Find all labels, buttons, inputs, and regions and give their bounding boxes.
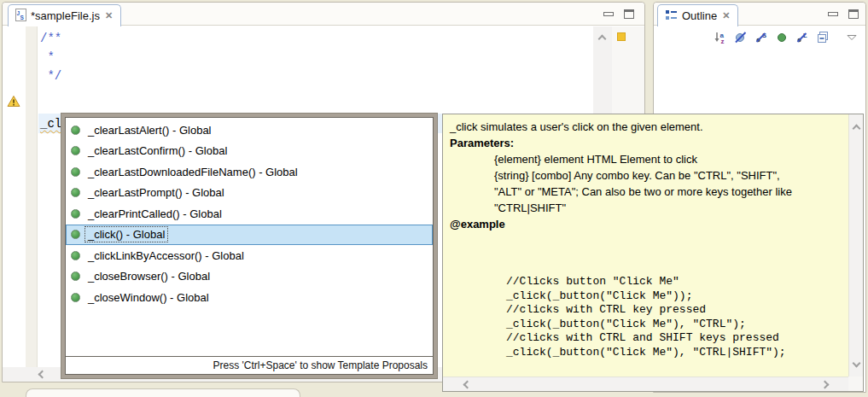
- minimize-icon[interactable]: [828, 12, 838, 16]
- js-file-icon: JS: [15, 9, 26, 24]
- scroll-left-icon[interactable]: [33, 367, 48, 382]
- completion-item[interactable]: _click() - Global: [66, 225, 433, 246]
- public-method-icon: [71, 230, 80, 239]
- doc-horizontal-scrollbar[interactable]: [443, 377, 848, 391]
- completion-item-label: _clickLinkByAccessor() - Global: [85, 248, 247, 263]
- hide-static-icon[interactable]: S: [754, 30, 768, 44]
- minimize-icon[interactable]: [603, 12, 614, 16]
- scrollbar-corner: [848, 377, 863, 391]
- hide-globals-icon[interactable]: [733, 30, 748, 44]
- completion-item-label: _clearLastDownloadedFileName() - Global: [85, 165, 300, 179]
- maximize-icon[interactable]: [848, 9, 859, 19]
- overview-warning-marker[interactable]: [617, 32, 626, 41]
- public-method-icon: [71, 271, 80, 281]
- tab-outline[interactable]: Outline ✕: [657, 4, 738, 26]
- minimized-view-trim[interactable]: [26, 388, 300, 397]
- tab-title: *sampleFile.js: [31, 9, 100, 22]
- typed-prefix: _cl: [40, 114, 61, 133]
- sort-icon[interactable]: az: [713, 30, 727, 44]
- public-method-icon: [71, 188, 80, 197]
- doc-parameter-lines: {element} element HTML Element to click …: [494, 151, 845, 216]
- annotation-ruler[interactable]: [3, 26, 26, 367]
- show-fields-icon[interactable]: [774, 30, 789, 44]
- content-assist-popup: _clearLastAlert() - Global_clearLastConf…: [61, 114, 437, 378]
- completion-item[interactable]: _closeWindow() - Global: [66, 287, 433, 308]
- scroll-right-icon[interactable]: [818, 377, 833, 392]
- close-icon[interactable]: ✕: [721, 10, 731, 21]
- warning-icon: [7, 95, 20, 110]
- svg-text:S: S: [20, 15, 25, 20]
- folding-ruler[interactable]: [26, 26, 38, 367]
- public-method-icon: [71, 209, 80, 219]
- scroll-up-icon[interactable]: [849, 120, 864, 134]
- completion-item[interactable]: _clearLastPrompt() - Global: [66, 183, 433, 204]
- scroll-down-icon[interactable]: [849, 357, 864, 371]
- completion-item[interactable]: _clearPrintCalled() - Global: [66, 203, 433, 225]
- doc-parameters-heading: Parameters:: [450, 135, 845, 151]
- doc-popup: _click simulates a user's click on the g…: [442, 114, 864, 392]
- tab-samplefile-js[interactable]: JS *sampleFile.js ✕: [8, 4, 121, 26]
- completion-item-label: _closeWindow() - Global: [85, 290, 212, 305]
- completion-item[interactable]: _clearLastConfirm() - Global: [66, 141, 433, 162]
- public-method-icon: [71, 251, 80, 260]
- public-method-icon: [71, 146, 80, 155]
- completion-item-label: _clearLastConfirm() - Global: [85, 143, 230, 158]
- outline-view-icon: [665, 9, 678, 24]
- completion-item[interactable]: _clickLinkByAccessor() - Global: [66, 245, 433, 266]
- completion-item[interactable]: _closeBrowser() - Global: [66, 266, 433, 288]
- completion-item-label: _clearLastPrompt() - Global: [85, 185, 227, 200]
- doc-example-code: //Clicks button "Click Me" _click(_butto…: [506, 275, 845, 359]
- doc-content: _click simulates a user's click on the g…: [443, 114, 848, 377]
- collapse-all-icon[interactable]: [815, 30, 830, 44]
- hide-locals-icon[interactable]: L: [795, 30, 809, 44]
- public-method-icon: [71, 167, 80, 177]
- completion-item[interactable]: _clearLastAlert() - Global: [66, 120, 433, 141]
- doc-vertical-scrollbar[interactable]: [848, 114, 863, 377]
- close-icon[interactable]: ✕: [104, 10, 114, 21]
- editor-tabbar: JS *sampleFile.js ✕: [3, 3, 644, 26]
- scroll-left-icon[interactable]: [458, 377, 473, 392]
- doc-description: _click simulates a user's click on the g…: [450, 119, 845, 135]
- completion-item-label: _clearLastAlert() - Global: [85, 123, 214, 137]
- content-assist-inner: _clearLastAlert() - Global_clearLastConf…: [65, 117, 434, 375]
- completion-list: _clearLastAlert() - Global_clearLastConf…: [66, 120, 433, 308]
- jsdoc-comment: /** * */: [38, 26, 612, 85]
- content-assist-status: Press 'Ctrl+Space' to show Template Prop…: [66, 356, 433, 374]
- completion-item-label: _closeBrowser() - Global: [85, 269, 213, 283]
- public-method-icon: [71, 293, 80, 302]
- tab-title: Outline: [682, 9, 717, 22]
- maximize-icon[interactable]: [624, 9, 634, 19]
- svg-text:z: z: [720, 38, 724, 44]
- completion-item[interactable]: _clearLastDownloadedFileName() - Global: [66, 161, 433, 183]
- view-menu-icon[interactable]: [844, 30, 859, 44]
- outline-toolbar: az S L: [713, 30, 859, 44]
- public-method-icon: [71, 126, 80, 135]
- completion-item-label: _clearPrintCalled() - Global: [85, 207, 224, 221]
- doc-example-heading: @example: [450, 216, 845, 232]
- scroll-up-icon[interactable]: [595, 30, 609, 44]
- completion-item-label: _click() - Global: [85, 227, 167, 242]
